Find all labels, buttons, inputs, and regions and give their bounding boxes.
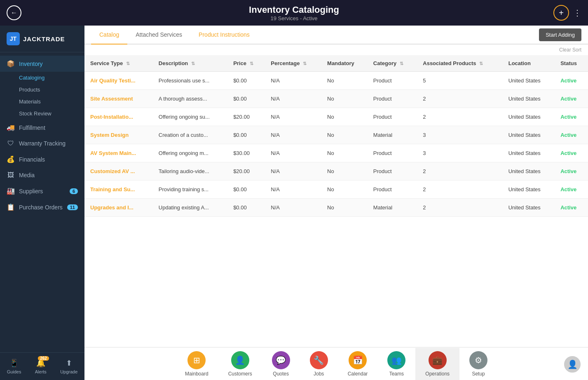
sidebar-item-suppliers[interactable]: 🏭 Suppliers 6: [0, 183, 84, 199]
sidebar-upgrade-button[interactable]: ⬆ Upgrade: [57, 357, 81, 376]
tab-catalog[interactable]: Catalog: [91, 26, 127, 44]
nav-quotes[interactable]: 💬 Quotes: [262, 348, 300, 380]
table-row[interactable]: Air Quality Testi... Professionals use s…: [84, 72, 588, 90]
cell-mandatory: No: [321, 72, 368, 90]
cell-category: Material: [368, 126, 417, 144]
table-row[interactable]: Customized AV ... Tailoring audio-vide..…: [84, 162, 588, 181]
cell-category: Material: [368, 199, 417, 217]
guides-label: Guides: [7, 369, 21, 374]
table-row[interactable]: Site Assessment A thorough assess... $0.…: [84, 90, 588, 108]
cell-status: Active: [555, 162, 588, 181]
jobs-label: Jobs: [314, 371, 324, 377]
col-category[interactable]: Category ⇅: [368, 55, 417, 72]
cell-description: Providing training s...: [153, 181, 227, 199]
nav-teams[interactable]: 👥 Teams: [377, 348, 415, 380]
cell-location: United States: [503, 162, 555, 181]
col-associated-products[interactable]: Associated Products ⇅: [417, 55, 502, 72]
cell-service-type[interactable]: AV System Main...: [84, 144, 153, 162]
cell-category: Product: [368, 72, 417, 90]
cell-location: United States: [503, 108, 555, 126]
sidebar-item-fulfillment[interactable]: 🚚 Fulfillment: [0, 120, 84, 136]
start-adding-button[interactable]: Start Adding: [539, 28, 581, 41]
cell-location: United States: [503, 144, 555, 162]
profile-avatar[interactable]: 👤: [563, 355, 581, 373]
cell-status: Active: [555, 72, 588, 90]
sidebar-item-label: Financials: [19, 156, 45, 163]
mainboard-label: Mainboard: [185, 371, 208, 377]
cell-category: Product: [368, 108, 417, 126]
more-icon: ⋮: [573, 8, 581, 17]
sidebar-item-stock-review[interactable]: Stock Review: [19, 108, 84, 120]
upgrade-label: Upgrade: [60, 369, 77, 374]
cell-service-type[interactable]: Air Quality Testi...: [84, 72, 153, 90]
sidebar-alerts-button[interactable]: 262 🔔 Alerts: [32, 357, 50, 376]
nav-operations[interactable]: 💼 Operations: [415, 348, 459, 380]
sidebar-logo: JT JACKTRADE: [0, 26, 84, 52]
tab-attached-services[interactable]: Attached Services: [127, 26, 190, 44]
more-options-button[interactable]: ⋮: [573, 8, 581, 18]
nav-mainboard[interactable]: ⊞ Mainboard: [175, 348, 218, 380]
cell-status: Active: [555, 181, 588, 199]
sidebar-item-label: Inventory: [19, 61, 43, 67]
sidebar-guides-button[interactable]: 📱 Guides: [4, 357, 25, 376]
sidebar-sub-inventory: Cataloging Products Materials Stock Revi…: [0, 72, 84, 120]
clear-sort-button[interactable]: Clear Sort: [84, 45, 588, 55]
cell-service-type[interactable]: Training and Su...: [84, 181, 153, 199]
teams-icon: 👥: [387, 351, 405, 369]
tabs-bar: Catalog Attached Services Product Instru…: [84, 26, 588, 45]
col-service-type[interactable]: Service Type ⇅: [84, 55, 153, 72]
sidebar-item-materials[interactable]: Materials: [19, 96, 84, 108]
cell-service-type[interactable]: Customized AV ...: [84, 162, 153, 181]
sort-percentage-icon: ⇅: [303, 61, 307, 66]
sidebar-item-products[interactable]: Products: [19, 84, 84, 96]
tab-product-instructions[interactable]: Product Instructions: [190, 26, 258, 44]
col-percentage[interactable]: Percentage ⇅: [265, 55, 321, 72]
quotes-label: Quotes: [273, 371, 289, 377]
nav-calendar[interactable]: 📅 Calendar: [338, 348, 378, 380]
cell-associated-products: 5: [417, 72, 502, 90]
sidebar-item-media[interactable]: 🖼 Media: [0, 167, 84, 183]
sidebar-item-financials[interactable]: 💰 Financials: [0, 151, 84, 167]
table-row[interactable]: System Design Creation of a custo... $0.…: [84, 126, 588, 144]
nav-setup[interactable]: ⚙ Setup: [459, 348, 497, 380]
cell-category: Product: [368, 90, 417, 108]
top-header: ← Inventory Cataloging 19 Services - Act…: [0, 0, 588, 26]
financials-icon: 💰: [7, 155, 15, 163]
col-price[interactable]: Price ⇅: [227, 55, 265, 72]
cell-associated-products: 2: [417, 90, 502, 108]
cell-service-type[interactable]: Post-Installatio...: [84, 108, 153, 126]
cell-mandatory: No: [321, 181, 368, 199]
nav-customers[interactable]: 👤 Customers: [218, 348, 262, 380]
nav-jobs[interactable]: 🔧 Jobs: [300, 348, 338, 380]
cell-service-type[interactable]: System Design: [84, 126, 153, 144]
setup-label: Setup: [472, 371, 485, 377]
table-row[interactable]: Post-Installatio... Offering ongoing su.…: [84, 108, 588, 126]
cell-percentage: N/A: [265, 90, 321, 108]
add-circle-button[interactable]: +: [553, 5, 569, 21]
cell-service-type[interactable]: Site Assessment: [84, 90, 153, 108]
table-row[interactable]: Upgrades and I... Updating existing A...…: [84, 199, 588, 217]
cell-service-type[interactable]: Upgrades and I...: [84, 199, 153, 217]
sort-description-icon: ⇅: [191, 61, 195, 66]
page-subtitle: 19 Services - Active: [249, 15, 339, 21]
cell-category: Product: [368, 162, 417, 181]
table-row[interactable]: Training and Su... Providing training s.…: [84, 181, 588, 199]
cell-price: $0.00: [227, 199, 265, 217]
sidebar-item-label: Suppliers: [19, 188, 43, 195]
sidebar-bottom: 📱 Guides 262 🔔 Alerts ⬆ Upgrade: [0, 352, 84, 380]
sidebar-item-cataloging[interactable]: Cataloging: [19, 72, 84, 84]
header-actions: + ⋮: [553, 5, 581, 21]
back-button[interactable]: ←: [7, 5, 21, 20]
col-description[interactable]: Description ⇅: [153, 55, 227, 72]
table-row[interactable]: AV System Main... Offering ongoing m... …: [84, 144, 588, 162]
sidebar-item-purchase-orders[interactable]: 📋 Purchase Orders 11: [0, 199, 84, 215]
sidebar-item-warranty[interactable]: 🛡 Warranty Tracking: [0, 136, 84, 151]
sidebar-item-inventory[interactable]: 📦 Inventory: [0, 56, 84, 72]
sidebar-nav: 📦 Inventory Cataloging Products Material…: [0, 52, 84, 352]
suppliers-icon: 🏭: [7, 187, 15, 195]
content-area: Catalog Attached Services Product Instru…: [84, 26, 588, 380]
customers-label: Customers: [228, 371, 252, 377]
inventory-icon: 📦: [7, 60, 15, 68]
cell-category: Product: [368, 181, 417, 199]
cell-associated-products: 2: [417, 181, 502, 199]
